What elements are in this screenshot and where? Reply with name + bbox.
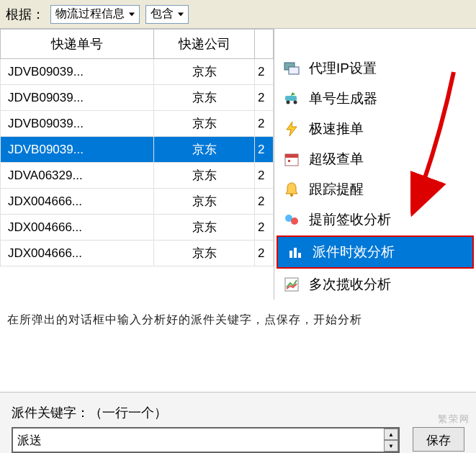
bubbles-icon <box>283 211 300 228</box>
table-row[interactable]: JDX004666...京东2 <box>1 189 274 215</box>
filter-label: 根据： <box>6 6 45 23</box>
svg-rect-1 <box>289 67 299 74</box>
svg-point-10 <box>291 217 298 225</box>
table-row[interactable]: JDVB09039...京东2 <box>1 59 274 85</box>
cell-tracking-no: JDVB09039... <box>1 85 154 111</box>
partial-icon <box>283 31 300 48</box>
table-row[interactable]: JDX004666...京东2 <box>1 215 274 241</box>
cell-extra: 2 <box>255 189 274 215</box>
tools-menu: 占 代理IP设置单号生成器极速推单超级查单跟踪提醒提前签收分析派件时效分析多次揽… <box>274 29 476 300</box>
col-extra[interactable] <box>255 30 274 59</box>
menu-item-0[interactable]: 代理IP设置 <box>274 53 476 84</box>
menu-item-4[interactable]: 跟踪提醒 <box>274 174 476 205</box>
cell-extra: 2 <box>255 137 274 163</box>
lightning-icon <box>283 120 300 138</box>
cell-tracking-no: JDVA06329... <box>1 163 154 189</box>
svg-rect-6 <box>285 154 298 158</box>
menu-item-label: 派件时效分析 <box>313 243 395 261</box>
svg-rect-2 <box>285 96 297 101</box>
menu-item-label: 超级查单 <box>309 150 364 169</box>
table-row[interactable]: JDVB09039...京东2 <box>1 137 274 163</box>
cell-extra: 2 <box>255 215 274 241</box>
svg-rect-11 <box>289 251 292 258</box>
cell-carrier: 京东 <box>154 241 255 266</box>
car-icon <box>283 90 300 107</box>
cell-carrier: 京东 <box>154 137 255 163</box>
table-row[interactable]: JDVA06329...京东2 <box>1 163 274 189</box>
menu-item-5[interactable]: 提前签收分析 <box>274 205 476 235</box>
keyword-panel: 派件关键字：（一行一个） ▲ ▼ 保存 <box>0 392 476 453</box>
menu-item-label: 代理IP设置 <box>309 59 377 78</box>
table-row[interactable]: JDX004666...京东2 <box>1 241 274 266</box>
spinner-down-icon[interactable]: ▼ <box>384 440 398 452</box>
keyword-label: 派件关键字：（一行一个） <box>12 404 464 421</box>
menu-item-6[interactable]: 派件时效分析 <box>277 236 474 269</box>
cell-extra: 2 <box>255 111 274 137</box>
cell-extra: 2 <box>255 241 274 266</box>
cell-extra: 2 <box>255 85 274 111</box>
cell-tracking-no: JDX004666... <box>1 241 154 266</box>
menu-item-partial[interactable]: 占 <box>274 29 476 53</box>
menu-item-1[interactable]: 单号生成器 <box>274 84 476 114</box>
cell-carrier: 京东 <box>154 163 255 189</box>
menu-item-2[interactable]: 极速推单 <box>274 114 476 144</box>
col-tracking-no[interactable]: 快递单号 <box>1 30 154 59</box>
cell-carrier: 京东 <box>154 59 255 85</box>
menu-item-label: 单号生成器 <box>309 89 377 108</box>
menu-item-label: 多次揽收分析 <box>309 275 391 294</box>
svg-point-4 <box>294 101 297 104</box>
cell-tracking-no: JDVB09039... <box>1 137 154 163</box>
calendar-icon <box>283 151 300 168</box>
cell-carrier: 京东 <box>154 215 255 241</box>
proxy-ip-icon <box>283 60 300 77</box>
cell-tracking-no: JDX004666... <box>1 189 154 215</box>
menu-item-label: 提前签收分析 <box>309 210 391 229</box>
bell-icon <box>283 181 300 198</box>
chart-icon <box>283 276 300 293</box>
menu-item-7[interactable]: 多次揽收分析 <box>274 269 476 300</box>
filter-op-dropdown[interactable]: 包含 <box>145 5 189 24</box>
svg-rect-12 <box>294 248 297 258</box>
cell-extra: 2 <box>255 163 274 189</box>
cell-tracking-no: JDX004666... <box>1 215 154 241</box>
cell-tracking-no: JDVB09039... <box>1 59 154 85</box>
cell-tracking-no: JDVB09039... <box>1 111 154 137</box>
bars-icon <box>287 243 304 261</box>
keyword-input[interactable] <box>12 427 400 453</box>
instruction-text: 在所弹出的对话框中输入分析好的派件关键字，点保存，开始分析 <box>0 300 476 341</box>
svg-rect-7 <box>288 160 290 162</box>
table-row[interactable]: JDVB09039...京东2 <box>1 111 274 137</box>
menu-item-label: 极速推单 <box>309 120 364 138</box>
cell-extra: 2 <box>255 59 274 85</box>
spinner-up-icon[interactable]: ▲ <box>384 429 398 440</box>
svg-rect-13 <box>298 253 301 258</box>
filter-bar: 根据： 物流过程信息 包含 <box>0 0 476 29</box>
col-carrier[interactable]: 快递公司 <box>154 30 255 59</box>
svg-point-8 <box>290 194 293 197</box>
cell-carrier: 京东 <box>154 85 255 111</box>
watermark: 繁荣网 <box>438 413 470 426</box>
menu-item-3[interactable]: 超级查单 <box>274 144 476 174</box>
menu-item-label: 跟踪提醒 <box>309 180 364 199</box>
table-row[interactable]: JDVB09039...京东2 <box>1 85 274 111</box>
svg-point-3 <box>287 101 290 104</box>
cell-carrier: 京东 <box>154 189 255 215</box>
tracking-table: 快递单号 快递公司 JDVB09039...京东2JDVB09039...京东2… <box>0 29 274 300</box>
filter-field-dropdown[interactable]: 物流过程信息 <box>50 5 140 24</box>
cell-carrier: 京东 <box>154 111 255 137</box>
save-button[interactable]: 保存 <box>413 427 464 452</box>
